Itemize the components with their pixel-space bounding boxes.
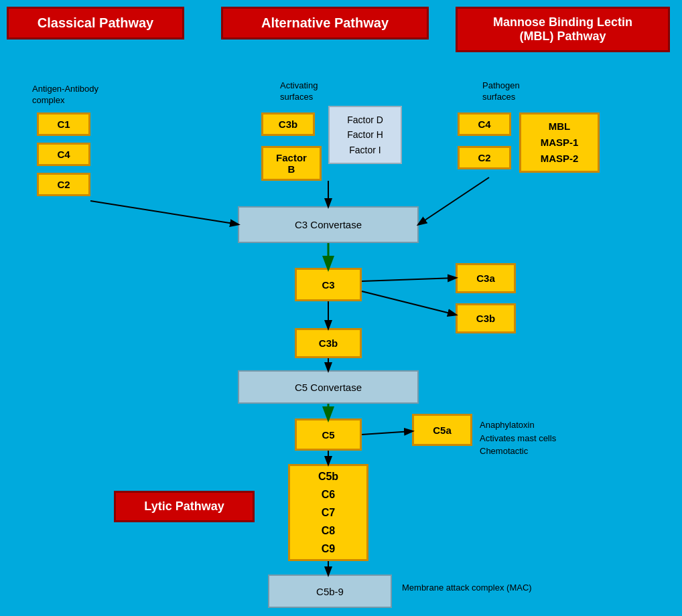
antigen-antibody-label: Antigen-Antibodycomplex (32, 84, 98, 106)
mbl-group-box: MBLMASP-1MASP-2 (519, 112, 600, 173)
alternative-pathway-header: Alternative Pathway (221, 7, 429, 40)
c2-classical-box: C2 (37, 173, 90, 196)
svg-line-9 (362, 431, 412, 435)
c5-box: C5 (295, 418, 362, 451)
factors-box: Factor DFactor HFactor I (328, 106, 402, 164)
anaphylatoxin-label: AnaphylatoxinActivates mast cellsChemota… (480, 418, 556, 458)
c5a-box: C5a (412, 414, 472, 446)
lytic-pathway-header: Lytic Pathway (114, 491, 255, 522)
svg-line-2 (419, 177, 489, 224)
c3-convertase-box: C3 Convertase (238, 206, 419, 243)
c1-box: C1 (37, 112, 90, 136)
c5-convertase-box: C5 Convertase (238, 370, 419, 404)
c3b-conv-box: C3b (295, 328, 362, 358)
mac-label: Membrane attack complex (MAC) (402, 583, 532, 593)
pathogen-surfaces-label: Pathogensurfaces (482, 80, 520, 103)
c5b9-box: C5b-9 (268, 574, 392, 608)
c4-mbl-box: C4 (458, 112, 511, 136)
c2-mbl-box: C2 (458, 146, 511, 169)
activating-surfaces-label: Activatingsurfaces (280, 80, 318, 103)
factor-b-box: Factor B (261, 146, 322, 181)
c4-classical-box: C4 (37, 143, 90, 166)
svg-line-4 (362, 278, 456, 281)
classical-pathway-header: Classical Pathway (7, 7, 184, 40)
c3-box: C3 (295, 268, 362, 301)
mbl-pathway-header: Mannose Binding Lectin(MBL) Pathway (456, 7, 670, 52)
svg-line-5 (362, 291, 456, 315)
c3b-product-box: C3b (456, 303, 516, 333)
svg-line-0 (90, 201, 238, 224)
c3a-box: C3a (456, 263, 516, 293)
c3b-alt-box: C3b (261, 112, 315, 136)
lytic-components-box: C5bC6C7C8C9 (288, 464, 368, 561)
